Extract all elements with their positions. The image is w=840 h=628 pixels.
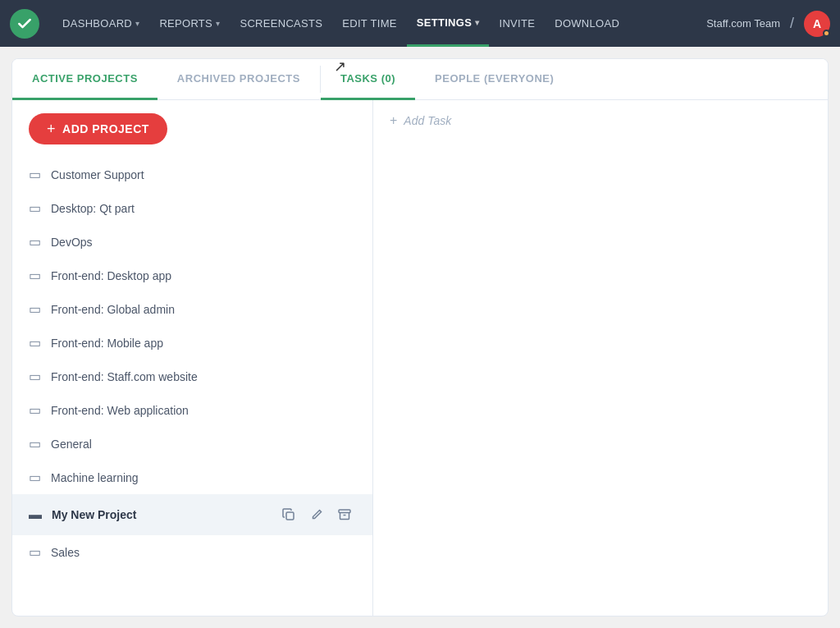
project-name: Machine learning: [51, 471, 356, 484]
add-task-row[interactable]: + Add Task: [373, 100, 828, 141]
nav-settings[interactable]: SETTINGS ▾: [407, 0, 490, 47]
folder-icon: ▭: [29, 436, 41, 452]
logo[interactable]: [10, 9, 39, 39]
list-item[interactable]: ▭ Front-end: Web application: [12, 393, 372, 427]
svg-rect-1: [339, 510, 350, 513]
nav-separator: /: [790, 15, 794, 32]
content-area: + ADD PROJECT ▭ Customer Support ▭ Deskt…: [12, 100, 828, 616]
folder-icon: ▭: [29, 200, 41, 216]
nav-reports[interactable]: REPORTS ▾: [149, 0, 230, 47]
project-list: ▭ Customer Support ▭ Desktop: Qt part ▭ …: [12, 158, 372, 616]
folder-icon: ▭: [29, 268, 41, 283]
copy-button[interactable]: [277, 503, 300, 526]
project-name: Sales: [51, 546, 356, 559]
tab-tasks[interactable]: TASKS (0): [321, 59, 415, 100]
nav-dashboard[interactable]: DASHBOARD ▾: [52, 0, 149, 47]
notification-dot: [823, 30, 830, 37]
navbar: DASHBOARD ▾ REPORTS ▾ SCREENCASTS EDIT T…: [0, 0, 840, 47]
folder-icon: ▭: [29, 234, 41, 250]
project-name: General: [51, 438, 356, 451]
list-item[interactable]: ▭ Customer Support: [12, 158, 372, 191]
avatar[interactable]: A: [804, 11, 830, 37]
plus-icon: +: [390, 113, 397, 128]
folder-icon: ▭: [29, 470, 41, 485]
chevron-down-icon: ▾: [135, 19, 139, 28]
project-actions: [277, 503, 356, 526]
folder-icon: ▬: [29, 507, 42, 522]
right-panel: + Add Task: [373, 100, 828, 616]
list-item[interactable]: ▭ Front-end: Mobile app: [12, 326, 372, 360]
project-name: Front-end: Web application: [51, 404, 356, 417]
nav-right: Staff.com Team / A: [706, 11, 830, 37]
add-task-label: Add Task: [404, 114, 451, 127]
folder-icon: ▭: [29, 301, 41, 317]
tab-archived-projects[interactable]: ARCHIVED PROJECTS: [158, 59, 320, 100]
project-name: Front-end: Global admin: [51, 303, 356, 316]
project-name: Front-end: Mobile app: [51, 337, 356, 350]
list-item[interactable]: ▭ General: [12, 427, 372, 461]
edit-button[interactable]: [305, 503, 328, 526]
team-name: Staff.com Team: [706, 17, 780, 30]
nav-invite[interactable]: INVITE: [489, 0, 545, 47]
list-item[interactable]: ▬ My New Project: [12, 494, 372, 535]
project-name: Front-end: Staff.com website: [51, 370, 356, 383]
list-item[interactable]: ▭ Front-end: Desktop app: [12, 259, 372, 292]
list-item[interactable]: ▭ Desktop: Qt part: [12, 191, 372, 225]
folder-icon: ▭: [29, 544, 41, 560]
project-name: My New Project: [52, 508, 267, 521]
project-name: Customer Support: [51, 168, 356, 181]
main-container: ACTIVE PROJECTS ARCHIVED PROJECTS TASKS …: [11, 58, 829, 617]
folder-icon: ▭: [29, 369, 41, 384]
project-name: Front-end: Desktop app: [51, 269, 356, 282]
project-name: DevOps: [51, 236, 356, 249]
folder-icon: ▭: [29, 402, 41, 418]
add-project-button[interactable]: + ADD PROJECT: [29, 113, 167, 144]
nav-items: DASHBOARD ▾ REPORTS ▾ SCREENCASTS EDIT T…: [52, 0, 706, 47]
chevron-down-icon: ▾: [216, 19, 220, 28]
svg-rect-0: [286, 512, 294, 520]
tab-active-projects[interactable]: ACTIVE PROJECTS: [12, 59, 158, 100]
list-item[interactable]: ▭ DevOps: [12, 225, 372, 259]
project-name: Desktop: Qt part: [51, 202, 356, 215]
chevron-down-icon: ▾: [475, 18, 479, 27]
folder-icon: ▭: [29, 335, 41, 351]
folder-icon: ▭: [29, 167, 41, 182]
tab-people[interactable]: PEOPLE (EVERYONE): [415, 59, 573, 100]
list-item[interactable]: ▭ Machine learning: [12, 461, 372, 494]
left-panel: + ADD PROJECT ▭ Customer Support ▭ Deskt…: [12, 100, 373, 616]
list-item[interactable]: ▭ Front-end: Staff.com website: [12, 360, 372, 393]
nav-edit-time[interactable]: EDIT TIME: [332, 0, 407, 47]
list-item[interactable]: ▭ Sales: [12, 535, 372, 569]
plus-icon: +: [47, 121, 56, 136]
archive-button[interactable]: [333, 503, 356, 526]
nav-download[interactable]: DOWNLOAD: [545, 0, 629, 47]
list-item[interactable]: ▭ Front-end: Global admin: [12, 292, 372, 326]
nav-screencasts[interactable]: SCREENCASTS: [230, 0, 332, 47]
tabs-row: ACTIVE PROJECTS ARCHIVED PROJECTS TASKS …: [12, 59, 828, 100]
